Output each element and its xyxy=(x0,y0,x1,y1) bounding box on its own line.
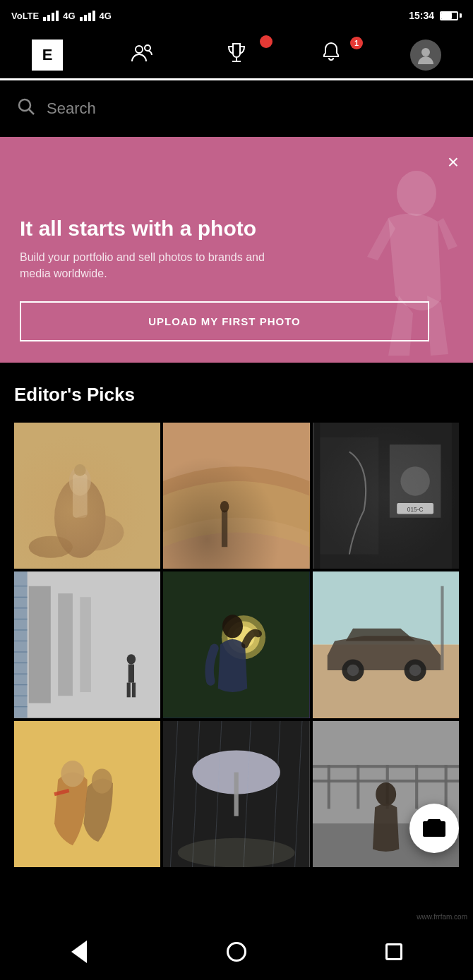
svg-line-7 xyxy=(29,109,34,114)
photo-item-7[interactable] xyxy=(14,721,160,867)
nav-home[interactable]: E xyxy=(0,31,95,78)
svg-rect-87 xyxy=(444,765,447,809)
svg-rect-35 xyxy=(127,683,131,698)
svg-rect-9 xyxy=(14,423,160,569)
svg-rect-68 xyxy=(163,721,309,867)
svg-rect-63 xyxy=(441,586,443,670)
svg-line-75 xyxy=(244,721,251,867)
svg-text:015-C: 015-C xyxy=(407,506,424,513)
svg-line-76 xyxy=(273,721,280,867)
promo-subtitle: Build your portfolio and sell photos to … xyxy=(20,250,274,282)
svg-point-54 xyxy=(233,627,255,648)
svg-point-67 xyxy=(92,768,112,793)
photo-item-1[interactable] xyxy=(14,423,160,569)
promo-banner: × It all starts with a photo Build your … xyxy=(0,137,473,363)
photo-item-3[interactable]: 015-C xyxy=(313,423,459,569)
bottom-nav xyxy=(0,924,473,980)
svg-rect-27 xyxy=(14,571,160,718)
svg-rect-31 xyxy=(58,593,73,696)
nav-notifications[interactable]: 1 xyxy=(284,31,378,78)
recent-apps-button[interactable] xyxy=(373,931,415,973)
svg-rect-29 xyxy=(14,571,160,718)
editors-picks-section: Editor's Picks xyxy=(0,363,473,881)
svg-point-4 xyxy=(263,39,269,44)
svg-point-33 xyxy=(127,654,136,665)
svg-rect-30 xyxy=(29,586,51,703)
svg-point-15 xyxy=(29,536,73,558)
svg-rect-25 xyxy=(397,503,433,514)
svg-point-0 xyxy=(136,46,143,53)
notifications-badge: 1 xyxy=(350,37,363,49)
signal-bars-2 xyxy=(80,11,95,21)
avatar xyxy=(410,40,441,71)
nav-community[interactable] xyxy=(95,31,189,78)
svg-rect-17 xyxy=(222,510,227,547)
svg-point-60 xyxy=(347,665,359,677)
promo-close-button[interactable]: × xyxy=(448,151,459,174)
svg-rect-85 xyxy=(385,765,388,809)
svg-rect-23 xyxy=(390,444,441,518)
svg-point-5 xyxy=(421,48,430,56)
photo-item-5[interactable] xyxy=(163,571,309,718)
svg-rect-84 xyxy=(357,765,359,809)
svg-rect-82 xyxy=(313,780,459,782)
nav-profile[interactable] xyxy=(378,31,473,78)
svg-rect-86 xyxy=(415,765,418,809)
svg-rect-20 xyxy=(313,423,314,569)
svg-point-14 xyxy=(66,514,124,551)
svg-rect-32 xyxy=(80,598,91,693)
back-icon xyxy=(71,940,87,963)
photo-item-4[interactable] xyxy=(14,571,160,718)
awards-icon xyxy=(224,40,249,69)
svg-rect-57 xyxy=(313,571,459,645)
photo-item-6[interactable] xyxy=(313,571,459,718)
battery-icon xyxy=(440,11,462,20)
watermark: www.frrfam.com xyxy=(417,913,467,921)
svg-point-59 xyxy=(342,660,364,682)
nav-awards[interactable] xyxy=(189,31,284,78)
svg-point-53 xyxy=(228,622,261,654)
photo-item-8[interactable] xyxy=(163,721,309,867)
svg-rect-81 xyxy=(313,765,459,768)
svg-line-73 xyxy=(193,721,200,867)
svg-point-55 xyxy=(222,615,243,638)
search-icon xyxy=(17,97,35,120)
svg-rect-36 xyxy=(132,683,136,698)
nav-bar: E xyxy=(0,31,473,80)
svg-point-52 xyxy=(222,616,265,660)
photo-grid: 015-C xyxy=(14,423,459,867)
svg-point-11 xyxy=(69,466,91,495)
photo-item-2[interactable] xyxy=(163,423,309,569)
svg-rect-19 xyxy=(313,423,459,569)
svg-rect-28 xyxy=(14,571,160,718)
camera-fab-button[interactable] xyxy=(409,804,459,853)
svg-rect-50 xyxy=(163,571,309,718)
search-input[interactable]: Search xyxy=(47,99,456,118)
awards-badge xyxy=(260,35,273,48)
search-bar[interactable]: Search xyxy=(0,80,473,137)
svg-point-10 xyxy=(54,478,106,558)
home-button[interactable] xyxy=(215,931,258,973)
battery-tip xyxy=(460,13,462,18)
signal-bars xyxy=(43,11,59,21)
svg-rect-71 xyxy=(234,772,239,816)
svg-point-13 xyxy=(74,464,86,476)
svg-rect-22 xyxy=(320,437,378,555)
svg-point-61 xyxy=(404,660,426,682)
promo-figure xyxy=(318,158,459,363)
svg-rect-69 xyxy=(163,721,309,867)
svg-rect-64 xyxy=(14,721,160,867)
svg-point-92 xyxy=(440,823,443,826)
status-left: VoLTE 4G 4G xyxy=(11,11,112,21)
svg-point-18 xyxy=(220,501,229,513)
signal-4g-label: 4G xyxy=(63,11,75,21)
battery-fill xyxy=(441,13,452,19)
back-button[interactable] xyxy=(58,931,100,973)
home-logo: E xyxy=(32,40,63,71)
status-right: 15:34 xyxy=(409,10,462,21)
svg-point-89 xyxy=(376,782,396,806)
battery-body xyxy=(440,11,458,20)
editors-picks-title: Editor's Picks xyxy=(14,384,459,406)
carrier-label: VoLTE xyxy=(11,11,39,21)
svg-line-72 xyxy=(171,721,178,867)
